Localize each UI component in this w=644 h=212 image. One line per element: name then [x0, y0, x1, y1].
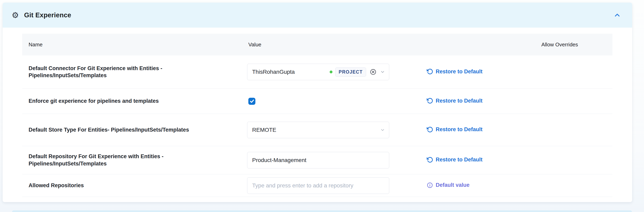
column-header-allow-overrides: Allow Overrides [541, 42, 612, 48]
collapse-button[interactable] [613, 11, 622, 20]
table-row: Default Repository For Git Experience wi… [22, 146, 612, 174]
scope-badge: PROJECT [335, 68, 366, 77]
setting-label: Default Store Type For Entities- Pipelin… [22, 126, 247, 133]
repository-input[interactable] [247, 152, 389, 168]
column-header-value: Value [247, 42, 425, 48]
chevron-down-icon[interactable] [380, 128, 385, 132]
git-experience-panel: ⚙ Git Experience Name Value Allow Overri… [2, 3, 632, 202]
setting-label: Enforce git experience for pipelines and… [22, 98, 247, 105]
connector-status-dot [330, 71, 332, 73]
restore-icon [427, 126, 433, 133]
restore-icon [427, 68, 433, 75]
enforce-checkbox[interactable] [248, 98, 256, 105]
allowed-repos-input[interactable] [247, 177, 389, 194]
restore-default-button[interactable]: Restore to Default [427, 126, 482, 133]
table-row: Enforce git experience for pipelines and… [22, 89, 612, 114]
chevron-up-icon [614, 11, 621, 19]
restore-default-button[interactable]: Restore to Default [427, 98, 482, 104]
section-title: Git Experience [24, 11, 71, 19]
chevron-down-icon[interactable] [380, 70, 385, 74]
connector-select[interactable]: ThisRohanGupta PROJECT [247, 64, 389, 80]
setting-label: Default Repository For Git Experience wi… [22, 153, 247, 167]
info-icon [427, 182, 433, 188]
connector-value: ThisRohanGupta [252, 69, 295, 75]
store-type-select[interactable]: REMOTE [247, 122, 389, 138]
setting-label: Allowed Repositories [22, 182, 247, 189]
restore-default-button[interactable]: Restore to Default [427, 68, 482, 75]
setting-label: Default Connector For Git Experience wit… [22, 65, 247, 79]
default-value-indicator[interactable]: Default value [427, 182, 470, 188]
restore-icon [427, 157, 433, 163]
restore-icon [427, 98, 433, 104]
table-header-row: Name Value Allow Overrides [22, 34, 612, 55]
table-row: Allowed Repositories Default value [22, 174, 612, 197]
clear-circle-icon[interactable] [370, 69, 376, 75]
accordion-header[interactable]: ⚙ Git Experience [2, 3, 632, 28]
settings-table: Name Value Allow Overrides Default Conne… [22, 34, 612, 197]
column-header-name: Name [22, 42, 247, 48]
gear-icon: ⚙ [12, 11, 19, 19]
checkmark-icon [249, 99, 254, 104]
table-row: Default Connector For Git Experience wit… [22, 55, 612, 89]
next-section-peek[interactable] [12, 210, 632, 212]
select-value: REMOTE [252, 127, 276, 133]
table-row: Default Store Type For Entities- Pipelin… [22, 114, 612, 146]
restore-default-button[interactable]: Restore to Default [427, 157, 482, 163]
